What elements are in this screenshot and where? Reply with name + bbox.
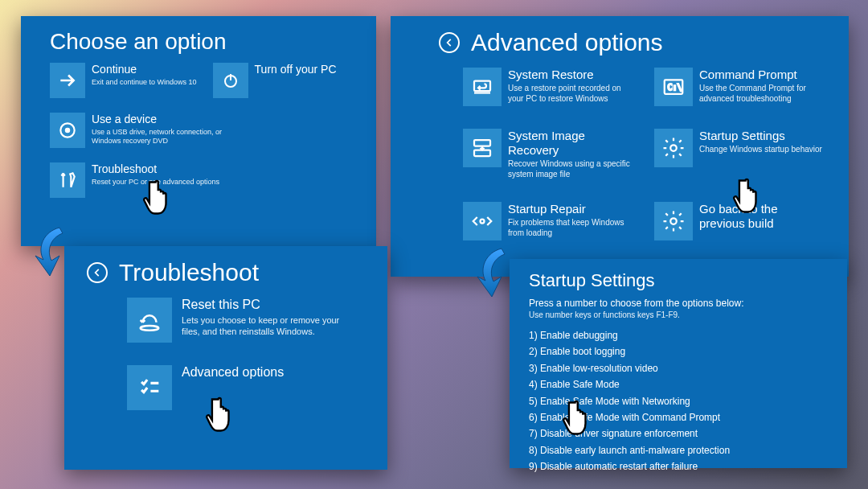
turnoff-tile[interactable]: Turn off your PC [213,61,337,100]
startup-sub1: Press a number to choose from the option… [529,298,828,309]
startup-opt-5[interactable]: 5) Enable Safe Mode with Networking [529,393,828,409]
system-image-tile[interactable]: System Image Recovery Recover Windows us… [463,127,635,181]
back-button[interactable] [87,262,108,283]
reset-desc: Lets you choose to keep or remove your f… [182,314,350,338]
adv-opt-title: Advanced options [182,365,284,380]
advanced-options-screen: Advanced options System Restore Use a re… [391,16,849,277]
advanced-title: Advanced options [471,29,663,56]
svg-rect-6 [474,140,490,146]
svg-point-11 [141,326,159,331]
cmd-desc: Use the Command Prompt for advanced trou… [699,84,826,104]
image-recovery-icon [463,129,502,167]
startup-sub2: Use number keys or functions keys F1-F9. [529,310,828,319]
startup-opt-8[interactable]: 8) Disable early launch anti-malware pro… [529,442,828,458]
startup-opt-1[interactable]: 1) Enable debugging [529,327,828,343]
turnoff-title: Turn off your PC [255,63,337,76]
startup-settings-tile[interactable]: Startup Settings Change Windows startup … [654,127,826,181]
troubleshoot-title: Troubleshoot [92,162,219,176]
startup-opt-3[interactable]: 3) Enable low-resolution video [529,360,828,376]
disc-icon [50,113,85,148]
reset-pc-tile[interactable]: Reset this PC Lets you choose to keep or… [127,298,365,343]
tools-icon [50,162,85,198]
power-icon [213,63,248,98]
svg-point-2 [66,129,69,132]
image-desc: Recover Windows using a specific system … [508,159,635,179]
repair-icon [463,202,502,240]
repair-title: Startup Repair [508,202,635,216]
cmd-title: Command Prompt [699,68,826,82]
arrow-right-icon [50,63,85,98]
reset-icon [127,298,172,343]
troubleshoot-tile[interactable]: Troubleshoot Reset your PC or see advanc… [50,161,354,199]
reset-title: Reset this PC [182,298,350,312]
svg-rect-3 [474,81,490,92]
system-restore-tile[interactable]: System Restore Use a restore point recor… [463,66,635,108]
gear-icon [654,202,693,240]
choose-title: Choose an option [50,29,354,55]
back-button[interactable] [439,32,460,53]
restore-desc: Use a restore point recorded on your PC … [508,84,635,104]
goback-title: Go back to the previous build [699,202,826,231]
continue-tile[interactable]: Continue Exit and continue to Windows 10 [50,61,197,100]
startup-opt-4[interactable]: 4) Enable Safe Mode [529,376,828,392]
device-title: Use a device [92,113,228,126]
advanced-options-tile[interactable]: Advanced options [127,365,365,410]
startup-settings-screen: Startup Settings Press a number to choos… [510,259,847,468]
startup-opt-2[interactable]: 2) Enable boot logging [529,343,828,360]
continue-desc: Exit and continue to Windows 10 [92,78,197,87]
troubleshoot-screen-title: Troubleshoot [119,259,259,286]
startup-desc: Change Windows startup behavior [699,145,822,155]
svg-text:C:\: C:\ [668,83,682,92]
continue-title: Continue [92,63,197,76]
device-desc: Use a USB drive, network connection, or … [92,128,228,146]
restore-title: System Restore [508,68,635,82]
svg-point-8 [670,145,677,151]
list-icon [127,365,172,410]
startup-opt-6[interactable]: 6) Enable Safe Mode with Command Prompt [529,409,828,425]
startup-opt-9[interactable]: 9) Disable automatic restart after failu… [529,458,828,475]
image-title: System Image Recovery [508,129,635,158]
use-device-tile[interactable]: Use a device Use a USB drive, network co… [50,111,354,150]
command-prompt-tile[interactable]: C:\ Command Prompt Use the Command Promp… [654,66,826,108]
go-back-tile[interactable]: Go back to the previous build [654,200,826,242]
restore-icon [463,68,502,106]
troubleshoot-screen: Troubleshoot Reset this PC Lets you choo… [64,246,387,470]
startup-screen-title: Startup Settings [529,270,828,291]
troubleshoot-desc: Reset your PC or see advanced options [92,178,219,187]
gear-icon [654,129,693,167]
svg-point-10 [670,218,677,224]
repair-desc: Fix problems that keep Windows from load… [508,218,635,238]
startup-title: Startup Settings [699,129,822,143]
cmd-icon: C:\ [654,68,693,106]
startup-options-list: 1) Enable debugging 2) Enable boot loggi… [529,327,828,475]
startup-opt-7[interactable]: 7) Disable driver signature enforcement [529,425,828,442]
svg-point-9 [481,220,485,224]
choose-option-screen: Choose an option Continue Exit and conti… [21,16,376,246]
startup-repair-tile[interactable]: Startup Repair Fix problems that keep Wi… [463,200,635,242]
